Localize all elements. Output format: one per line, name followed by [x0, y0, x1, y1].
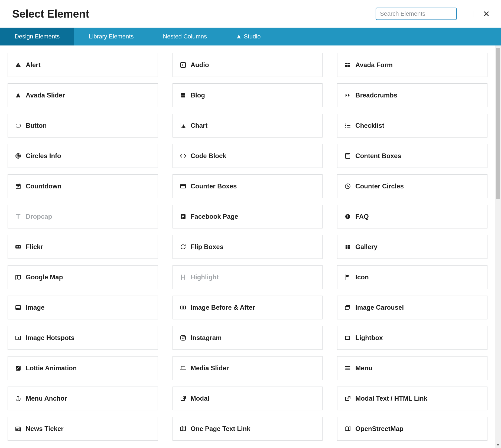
element-instagram[interactable]: Instagram — [173, 326, 323, 350]
svg-point-65 — [182, 337, 184, 339]
element-avada-slider[interactable]: Avada Slider — [8, 83, 158, 107]
close-button[interactable] — [473, 11, 489, 17]
scrollbar[interactable]: ▲ ▼ — [495, 45, 501, 448]
element-label: Circles Info — [26, 152, 61, 160]
element-label: One Page Text Link — [191, 425, 250, 433]
svg-point-22 — [18, 155, 19, 156]
element-label: Gallery — [355, 243, 377, 251]
element-label: Google Map — [26, 273, 63, 281]
element-media-slider[interactable]: Media Slider — [173, 356, 323, 380]
svg-point-17 — [345, 124, 346, 125]
svg-rect-31 — [181, 184, 186, 188]
bar-chart-icon — [179, 122, 187, 129]
scroll-down-icon[interactable]: ▼ — [495, 442, 501, 448]
element-circles-info[interactable]: Circles Info — [8, 144, 158, 168]
scrollbar-thumb[interactable] — [496, 48, 500, 199]
element-news-ticker[interactable]: News Ticker — [8, 417, 158, 441]
element-breadcrumbs[interactable]: Breadcrumbs — [337, 83, 487, 107]
refresh-icon — [179, 243, 187, 251]
content-box-icon — [344, 152, 352, 160]
avada-icon — [14, 91, 22, 99]
svg-point-18 — [345, 125, 346, 126]
flickr-icon — [14, 243, 22, 251]
lottie-icon — [14, 364, 22, 372]
svg-rect-62 — [16, 336, 21, 340]
element-flip-boxes[interactable]: Flip Boxes — [173, 235, 323, 259]
svg-rect-4 — [181, 63, 186, 67]
element-label: Chart — [191, 122, 208, 129]
element-avada-form[interactable]: Avada Form — [337, 53, 487, 77]
element-image-before-after[interactable]: Image Before & After — [173, 296, 323, 319]
element-facebook-page[interactable]: Facebook Page — [173, 205, 323, 228]
element-label: Image — [26, 304, 44, 311]
audio-icon — [179, 61, 187, 69]
tab-bar: Design ElementsLibrary ElementsNested Co… — [0, 28, 501, 45]
element-image[interactable]: Image — [8, 296, 158, 319]
flag-icon — [344, 273, 352, 281]
element-label: FAQ — [355, 213, 369, 220]
element-counter-boxes[interactable]: Counter Boxes — [173, 174, 323, 198]
element-blog[interactable]: Blog — [173, 83, 323, 107]
svg-rect-40 — [15, 245, 21, 248]
tab-design-elements[interactable]: Design Elements — [0, 28, 74, 45]
element-checklist[interactable]: Checklist — [337, 114, 487, 138]
element-menu[interactable]: Menu — [337, 356, 487, 380]
element-image-hotspots[interactable]: Image Hotspots — [8, 326, 158, 350]
svg-rect-46 — [348, 247, 350, 249]
element-modal[interactable]: Modal — [173, 387, 323, 410]
element-label: OpenStreetMap — [355, 425, 403, 433]
element-lightbox[interactable]: Lightbox — [337, 326, 487, 350]
calendar-check-icon — [14, 182, 22, 190]
checklist-icon — [344, 122, 352, 129]
element-one-page-text-link[interactable]: One Page Text Link — [173, 417, 323, 441]
header-right — [376, 8, 489, 20]
element-label: News Ticker — [26, 425, 64, 433]
target-icon — [14, 152, 22, 160]
element-menu-anchor[interactable]: Menu Anchor — [8, 387, 158, 410]
element-modal-text-html-link[interactable]: Modal Text / HTML Link — [337, 387, 487, 410]
svg-point-41 — [17, 246, 18, 248]
element-gallery[interactable]: Gallery — [337, 235, 487, 259]
element-label: Breadcrumbs — [355, 91, 397, 99]
element-label: Instagram — [191, 334, 222, 342]
page-title: Select Element — [12, 8, 89, 20]
svg-rect-5 — [345, 63, 350, 67]
svg-rect-11 — [182, 126, 183, 128]
form-icon — [344, 61, 352, 69]
element-highlight[interactable]: Highlight — [173, 265, 323, 289]
element-label: Counter Boxes — [191, 182, 237, 190]
element-button[interactable]: Button — [8, 114, 158, 138]
element-openstreetmap[interactable]: OpenStreetMap — [337, 417, 487, 441]
element-lottie-animation[interactable]: Lottie Animation — [8, 356, 158, 380]
element-counter-circles[interactable]: Counter Circles — [337, 174, 487, 198]
tab-studio[interactable]: Studio — [222, 28, 275, 45]
element-label: Modal — [191, 395, 209, 402]
tab-label: Nested Columns — [163, 33, 207, 40]
element-label: Lottie Animation — [26, 364, 77, 372]
element-flickr[interactable]: Flickr — [8, 235, 158, 259]
element-chart[interactable]: Chart — [173, 114, 323, 138]
instagram-icon — [179, 334, 187, 342]
element-faq[interactable]: FAQ — [337, 205, 487, 228]
element-grid: AlertAudioAvada FormAvada SliderBlogBrea… — [0, 45, 495, 441]
element-alert[interactable]: Alert — [8, 53, 158, 77]
element-content-boxes[interactable]: Content Boxes — [337, 144, 487, 168]
tab-nested-columns[interactable]: Nested Columns — [148, 28, 222, 45]
element-label: Facebook Page — [191, 213, 238, 220]
svg-rect-12 — [183, 125, 184, 128]
tab-library-elements[interactable]: Library Elements — [74, 28, 148, 45]
svg-rect-45 — [346, 247, 347, 249]
svg-marker-90 — [181, 427, 186, 431]
element-icon[interactable]: Icon — [337, 265, 487, 289]
element-audio[interactable]: Audio — [173, 53, 323, 77]
element-code-block[interactable]: Code Block — [173, 144, 323, 168]
element-countdown[interactable]: Countdown — [8, 174, 158, 198]
element-image-carousel[interactable]: Image Carousel — [337, 296, 487, 319]
search-input[interactable] — [376, 8, 457, 20]
element-dropcap[interactable]: Dropcap — [8, 205, 158, 228]
warning-icon — [14, 61, 22, 69]
code-icon — [179, 152, 187, 160]
element-label: Avada Slider — [26, 91, 65, 99]
element-label: Countdown — [26, 182, 61, 190]
element-google-map[interactable]: Google Map — [8, 265, 158, 289]
